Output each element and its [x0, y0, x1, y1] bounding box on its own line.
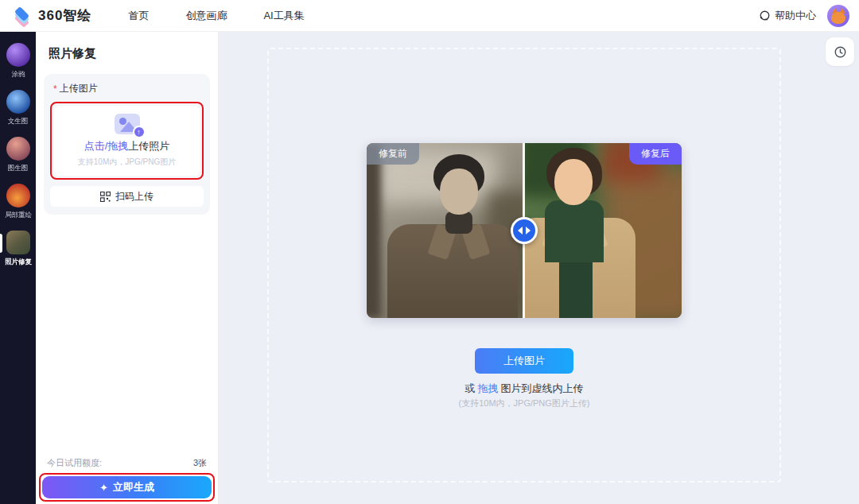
photo-repair-thumbnail	[6, 231, 30, 254]
doodle-thumbnail	[6, 43, 30, 67]
help-center-button[interactable]: 帮助中心	[759, 9, 816, 23]
top-navbar: 360智绘 首页 创意画廊 AI工具集 帮助中心	[0, 0, 859, 32]
upload-image-button[interactable]: 上传图片	[475, 348, 573, 374]
before-after-compare: 修复前 修复后	[367, 143, 682, 318]
header-right: 帮助中心	[759, 5, 849, 27]
quota-value: 3张	[193, 457, 207, 469]
rail-item-doodle[interactable]: 涂鸦	[0, 43, 36, 79]
dropzone-text: 点击/拖拽上传照片	[84, 139, 170, 153]
support-note: (支持10M内，JPG/PNG图片上传)	[269, 397, 779, 409]
settings-panel: 照片修复 * 上传图片 ↑ 点击/拖拽上传照片 支持10M内，JPG/PNG图片	[36, 32, 219, 504]
drag-hint-text: 或拖拽图片到虚线内上传	[269, 382, 779, 396]
rail-item-photo-repair[interactable]: 照片修复	[0, 231, 36, 267]
help-center-label: 帮助中心	[775, 9, 816, 23]
nav-item-home[interactable]: 首页	[128, 9, 149, 23]
generate-button[interactable]: ✦ 立即生成	[42, 476, 212, 498]
clock-icon	[834, 45, 847, 59]
quota-row: 今日试用额度: 3张	[47, 457, 207, 469]
inpaint-thumbnail	[6, 184, 30, 207]
compare-slider-handle[interactable]	[511, 217, 538, 244]
qr-upload-button[interactable]: 扫码上传	[50, 186, 204, 207]
dropzone-note: 支持10M内，JPG/PNG图片	[78, 157, 176, 168]
sparkles-icon: ✦	[99, 482, 108, 494]
upload-section: * 上传图片 ↑ 点击/拖拽上传照片 支持10M内，JPG/PNG图片	[44, 74, 210, 215]
dropzone-canvas-card[interactable]: 修复前 修复后 上传图片 或拖拽图片到虚线内上传 (支持10M内，JPG/PNG…	[267, 48, 781, 483]
annotation-box-upload: ↑ 点击/拖拽上传照片 支持10M内，JPG/PNG图片	[50, 102, 204, 180]
nav-item-ai-tools[interactable]: AI工具集	[263, 9, 304, 23]
app-logo[interactable]: 360智绘	[13, 6, 91, 25]
generate-button-label: 立即生成	[113, 480, 154, 494]
after-image	[524, 143, 682, 318]
upload-field-label: * 上传图片	[50, 82, 204, 95]
nav-item-gallery[interactable]: 创意画廊	[185, 9, 227, 23]
rail-item-text-to-image[interactable]: 文生图	[0, 90, 36, 126]
main-nav: 首页 创意画廊 AI工具集	[128, 9, 304, 23]
arrow-right-icon	[526, 227, 531, 235]
quota-label: 今日试用额度:	[47, 457, 102, 469]
headset-icon	[759, 10, 771, 21]
tool-rail: 涂鸦 文生图 图生图 局部重绘 照片修复	[0, 32, 36, 504]
qr-code-icon	[100, 192, 111, 202]
arrow-left-icon	[518, 227, 523, 235]
image-upload-icon: ↑	[115, 114, 140, 134]
rail-item-inpaint[interactable]: 局部重绘	[0, 184, 36, 220]
image-to-image-thumbnail	[6, 137, 30, 161]
page-title: 照片修复	[36, 32, 218, 61]
upload-dropzone[interactable]: ↑ 点击/拖拽上传照片 支持10M内，JPG/PNG图片	[54, 106, 200, 176]
after-badge: 修复后	[629, 143, 682, 165]
logo-layers-icon	[13, 6, 32, 25]
required-mark: *	[53, 83, 57, 95]
before-image	[367, 143, 524, 318]
history-button[interactable]	[826, 37, 854, 66]
main-canvas-area: 修复前 修复后 上传图片 或拖拽图片到虚线内上传 (支持10M内，JPG/PNG…	[219, 32, 859, 504]
rail-item-image-to-image[interactable]: 图生图	[0, 137, 36, 173]
qr-upload-label: 扫码上传	[115, 190, 154, 204]
user-avatar[interactable]	[827, 5, 849, 27]
text-to-image-thumbnail	[6, 90, 30, 114]
before-badge: 修复前	[367, 143, 419, 165]
annotation-box-generate: ✦ 立即生成	[39, 473, 215, 502]
logo-text: 360智绘	[38, 6, 91, 25]
